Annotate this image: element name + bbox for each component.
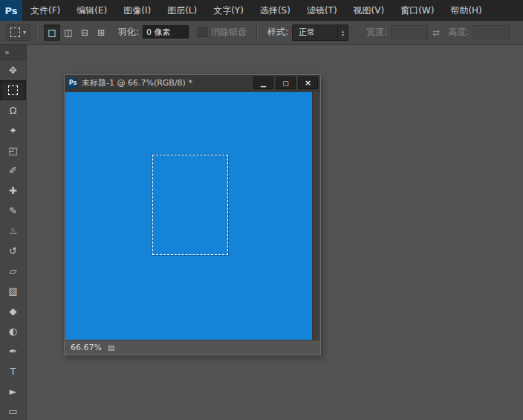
gradient-icon: ▨ [8, 285, 17, 297]
tool-brush[interactable]: ✎ [0, 201, 26, 221]
tool-path-selection[interactable]: ► [0, 381, 26, 401]
vertical-scrollbar[interactable] [312, 92, 319, 340]
tool-preset-picker[interactable]: ▾ [6, 24, 30, 41]
quick-selection-icon: ✦ [9, 125, 17, 136]
intersect-selection-icon: ⊞ [97, 28, 105, 38]
width-label: 宽度: [366, 26, 387, 39]
menu-file[interactable]: 文件(F) [22, 0, 68, 21]
tool-move[interactable]: ✥ [0, 60, 26, 80]
double-chevron-icon: » [4, 48, 10, 57]
feather-label: 羽化: [118, 26, 139, 39]
blur-icon: ◆ [10, 306, 17, 317]
tool-lasso[interactable]: Ω [0, 100, 26, 120]
document-statusbar: 66.67% ▤ ⋰ [65, 340, 320, 355]
antialias-checkbox [198, 28, 207, 37]
dodge-icon: ◐ [9, 326, 17, 337]
tool-type[interactable]: T [0, 361, 26, 381]
workspace: Ps 未标题-1 @ 66.7%(RGB/8) * ▁ ▢ × 66.67% ▤… [27, 45, 523, 420]
swap-dimensions-icon: ⇄ [432, 28, 440, 38]
chevron-down-icon: ▾ [23, 29, 26, 36]
tool-quick-selection[interactable]: ✦ [0, 120, 26, 140]
pen-icon: ✒ [9, 346, 17, 357]
zoom-level-field[interactable]: 66.67% [71, 343, 102, 352]
move-icon: ✥ [9, 65, 17, 76]
tool-gradient[interactable]: ▨ [0, 281, 26, 301]
style-select[interactable]: 正常 ▴▾ [292, 25, 348, 41]
menu-select[interactable]: 选择(S) [252, 0, 299, 21]
height-label: 高度: [448, 26, 469, 39]
type-icon: T [10, 366, 16, 377]
document-titlebar[interactable]: Ps 未标题-1 @ 66.7%(RGB/8) * ▁ ▢ × [65, 75, 320, 91]
subtract-from-selection-mode-button[interactable]: ⊟ [77, 25, 93, 41]
subtract-from-selection-icon: ⊟ [81, 28, 88, 38]
path-selection-icon: ► [10, 386, 17, 397]
menu-type[interactable]: 文字(Y) [205, 0, 252, 21]
rectangle-shape-icon: ▭ [8, 406, 17, 417]
menu-image[interactable]: 图像(I) [115, 0, 159, 21]
crop-icon: ◰ [8, 145, 17, 156]
tool-healing-brush[interactable]: ✚ [0, 181, 26, 201]
collapse-panel-button[interactable]: » [0, 45, 26, 60]
tool-dodge[interactable]: ◐ [0, 321, 26, 341]
menu-help[interactable]: 帮助(H) [442, 0, 490, 21]
resize-grip[interactable]: ⋰ [311, 344, 319, 354]
menu-layer[interactable]: 图层(L) [159, 0, 205, 21]
canvas[interactable] [65, 92, 313, 340]
new-selection-icon: □ [48, 28, 56, 38]
height-input [472, 25, 510, 39]
tool-rectangular-marquee[interactable] [0, 80, 26, 100]
intersect-selection-mode-button[interactable]: ⊞ [93, 25, 109, 41]
divider [36, 25, 38, 41]
tool-blur[interactable]: ◆ [0, 301, 26, 321]
options-bar: ▾ □ ◫ ⊟ ⊞ 羽化: 消除锯齿 样式: 正常 ▴▾ 宽度: ⇄ 高度: [0, 21, 523, 45]
maximize-button[interactable]: ▢ [276, 77, 296, 89]
status-flyout-icon[interactable]: ▤ [108, 343, 114, 352]
new-selection-mode-button[interactable]: □ [44, 25, 60, 41]
feather-input[interactable] [143, 25, 189, 39]
document-window: Ps 未标题-1 @ 66.7%(RGB/8) * ▁ ▢ × 66.67% ▤… [64, 74, 321, 355]
marquee-preset-icon [10, 28, 20, 37]
add-to-selection-mode-button[interactable]: ◫ [60, 25, 77, 41]
document-ps-icon: Ps [68, 78, 78, 88]
menu-view[interactable]: 视图(V) [345, 0, 393, 21]
tools-panel: » ✥ Ω ✦ ◰ ✐ ✚ ✎ ♨ ↺ ▱ ▨ ◆ ◐ ✒ T ► ▭ [0, 45, 27, 420]
tool-eraser[interactable]: ▱ [0, 261, 26, 281]
tool-crop[interactable]: ◰ [0, 140, 26, 161]
add-to-selection-icon: ◫ [64, 28, 72, 38]
menu-filter[interactable]: 滤镜(T) [299, 0, 345, 21]
eyedropper-icon: ✐ [9, 165, 17, 176]
close-button[interactable]: × [298, 77, 318, 89]
healing-brush-icon: ✚ [9, 185, 17, 196]
spinner-arrows-icon: ▴▾ [337, 25, 348, 40]
lasso-icon: Ω [10, 105, 17, 116]
selection-marquee [152, 155, 228, 255]
style-label: 样式: [267, 26, 288, 39]
style-selected-value: 正常 [293, 25, 337, 40]
width-input [391, 25, 428, 39]
minimize-button[interactable]: ▁ [253, 77, 273, 89]
tool-eyedropper[interactable]: ✐ [0, 161, 26, 181]
tool-pen[interactable]: ✒ [0, 341, 26, 361]
tool-rectangle-shape[interactable]: ▭ [0, 401, 26, 420]
eraser-icon: ▱ [10, 265, 17, 277]
divider [256, 25, 258, 41]
document-title: 未标题-1 @ 66.7%(RGB/8) * [82, 77, 253, 88]
menu-edit[interactable]: 编辑(E) [68, 0, 115, 21]
tool-history-brush[interactable]: ↺ [0, 241, 26, 261]
history-brush-icon: ↺ [9, 245, 17, 256]
document-body [65, 91, 320, 340]
menu-bar: Ps 文件(F) 编辑(E) 图像(I) 图层(L) 文字(Y) 选择(S) 滤… [0, 0, 523, 21]
menu-window[interactable]: 窗口(W) [392, 0, 442, 21]
clone-stamp-icon: ♨ [9, 225, 18, 236]
antialias-label: 消除锯齿 [211, 26, 247, 39]
photoshop-logo: Ps [0, 0, 22, 21]
tool-clone-stamp[interactable]: ♨ [0, 221, 26, 241]
rectangular-marquee-icon [8, 85, 18, 95]
brush-icon: ✎ [9, 205, 17, 216]
photoshop-app: Ps 文件(F) 编辑(E) 图像(I) 图层(L) 文字(Y) 选择(S) 滤… [0, 0, 523, 420]
